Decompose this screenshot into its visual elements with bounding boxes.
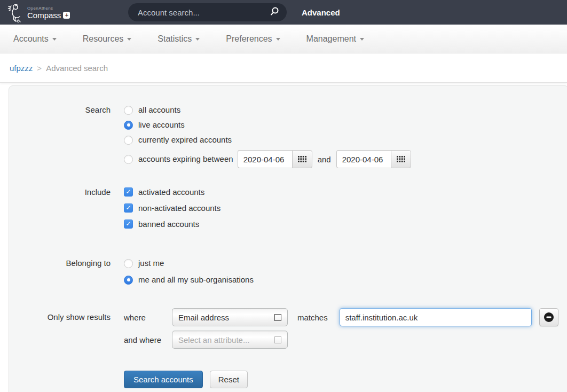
dropdown-square-icon (274, 336, 281, 343)
filter-row-2: and where Select an attribute... (124, 331, 558, 349)
caret-down-icon (360, 38, 364, 41)
logo-openathens-label: OpenAthens (27, 6, 70, 11)
where-label: where (124, 313, 172, 322)
belonging-group: Belonging to just me me and all my sub-o… (20, 258, 567, 290)
checkbox-non-activated-accounts[interactable]: ✓ (124, 203, 133, 213)
radio-row-expiring-between: accounts expiring between (124, 150, 411, 168)
advanced-search-panel: Search all accounts live accounts curren… (9, 85, 567, 392)
caret-down-icon (195, 38, 200, 41)
nav-item-accounts[interactable]: Accounts (13, 34, 57, 44)
plus-icon: + (63, 12, 70, 19)
caret-down-icon (276, 38, 280, 41)
include-group-label: Include (20, 187, 111, 236)
search-accounts-button[interactable]: Search accounts (124, 371, 203, 388)
checkbox-activated-accounts[interactable]: ✓ (124, 187, 133, 197)
checkbox-row-non-activated: ✓ non-activated accounts (124, 203, 220, 213)
radio-row-live-accounts: live accounts (124, 120, 411, 130)
breadcrumb-current: Advanced search (46, 64, 108, 73)
remove-filter-button[interactable] (539, 308, 558, 326)
openathens-compass-logo[interactable]: OpenAthens Compass + (6, 2, 70, 23)
radio-live-accounts[interactable] (124, 121, 133, 130)
search-icon[interactable] (270, 6, 279, 18)
radio-just-me[interactable] (124, 259, 133, 268)
checkbox-row-activated: ✓ activated accounts (124, 187, 220, 197)
reset-button[interactable]: Reset (210, 371, 248, 388)
belonging-group-label: Belonging to (20, 258, 111, 290)
filters-group: Only show results where Email address ma… (20, 308, 567, 353)
radio-row-sub-organisations: me and all my sub-organisations (124, 275, 254, 285)
filters-group-label: Only show results (20, 308, 111, 353)
minus-circle-icon (544, 312, 554, 322)
checkbox-row-banned: ✓ banned accounts (124, 219, 220, 229)
search-group-label: Search (20, 105, 111, 168)
form-actions: Search accounts Reset (20, 371, 567, 388)
date-from-calendar-button[interactable] (292, 150, 312, 168)
owl-logo-icon (6, 2, 25, 23)
radio-expiring-between[interactable] (124, 155, 133, 164)
nav-item-management[interactable]: Management (306, 34, 364, 44)
calendar-grid-icon (298, 156, 306, 162)
radio-all-accounts[interactable] (124, 106, 133, 115)
calendar-grid-icon (397, 156, 405, 162)
main-navbar: Accounts Resources Statistics Preference… (0, 25, 567, 53)
logo-text: OpenAthens Compass + (27, 5, 70, 20)
checkbox-banned-accounts[interactable]: ✓ (124, 219, 133, 229)
search-group: Search all accounts live accounts curren… (20, 105, 567, 168)
nav-item-statistics[interactable]: Statistics (158, 34, 200, 44)
main-content: Search all accounts live accounts curren… (0, 83, 567, 392)
radio-row-just-me: just me (124, 258, 254, 268)
account-search-box (128, 3, 287, 21)
filter-value-input[interactable] (340, 308, 532, 326)
breadcrumb-separator: > (37, 64, 42, 73)
date-to-calendar-button[interactable] (391, 150, 411, 168)
nav-item-preferences[interactable]: Preferences (226, 34, 280, 44)
app-header: OpenAthens Compass + Advanced (0, 0, 567, 25)
radio-expired-accounts[interactable] (124, 136, 133, 145)
advanced-search-link[interactable]: Advanced (302, 0, 340, 25)
date-from-input[interactable] (238, 150, 292, 168)
radio-me-and-sub-organisations[interactable] (124, 276, 133, 285)
date-to-group (336, 150, 411, 168)
and-where-label: and where (124, 335, 172, 344)
caret-down-icon (127, 38, 131, 41)
radio-row-all-accounts: all accounts (124, 105, 411, 115)
dropdown-square-icon (274, 314, 281, 321)
filter-row-1: where Email address matches (124, 308, 558, 326)
caret-down-icon (52, 38, 57, 41)
radio-row-expired-accounts: currently expired accounts (124, 135, 411, 145)
logo-compass-label: Compass + (27, 11, 70, 20)
account-search-input[interactable] (138, 8, 270, 17)
include-group: Include ✓ activated accounts ✓ non-activ… (20, 187, 567, 236)
breadcrumb-org-link[interactable]: ufpzzz (10, 64, 33, 73)
date-to-input[interactable] (336, 150, 391, 168)
breadcrumb: ufpzzz > Advanced search (0, 53, 567, 83)
attribute-select-placeholder[interactable]: Select an attribute... (172, 331, 288, 349)
date-from-group (238, 150, 312, 168)
nav-item-resources[interactable]: Resources (83, 34, 131, 44)
and-label: and (318, 155, 331, 164)
attribute-select[interactable]: Email address (172, 308, 288, 326)
matches-label: matches (297, 313, 328, 322)
